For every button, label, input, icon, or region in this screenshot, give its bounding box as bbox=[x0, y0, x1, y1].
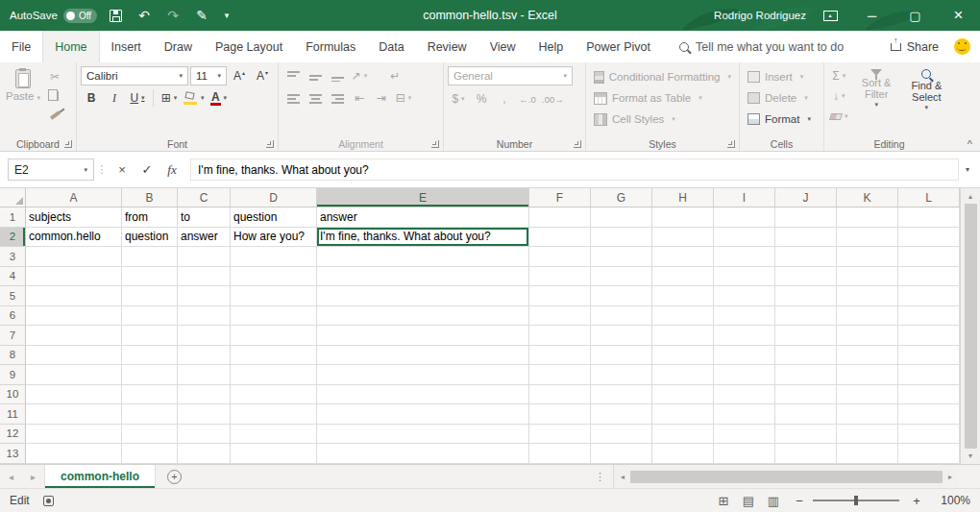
cell-B4[interactable] bbox=[122, 267, 178, 287]
cell-H1[interactable] bbox=[652, 207, 714, 228]
redo-icon[interactable]: ↷ bbox=[162, 4, 184, 27]
cell-I2[interactable] bbox=[714, 228, 775, 248]
cell-F11[interactable] bbox=[529, 404, 591, 425]
cell-C6[interactable] bbox=[178, 306, 231, 327]
cell-J3[interactable] bbox=[775, 247, 837, 267]
cell-D13[interactable] bbox=[231, 444, 317, 464]
zoom-in-icon[interactable]: + bbox=[907, 494, 926, 508]
insert-cells-button[interactable]: Insert bbox=[744, 66, 820, 87]
share-button[interactable]: Share bbox=[891, 40, 939, 54]
autosum-icon[interactable]: Σ bbox=[828, 66, 850, 85]
cell-A10[interactable] bbox=[26, 385, 122, 405]
tab-review[interactable]: Review bbox=[416, 31, 478, 62]
cell-H10[interactable] bbox=[652, 385, 714, 405]
tab-help[interactable]: Help bbox=[527, 31, 576, 62]
cell-I13[interactable] bbox=[714, 444, 775, 464]
cell-I5[interactable] bbox=[714, 286, 775, 306]
styles-dialog-launcher[interactable] bbox=[727, 140, 735, 148]
conditional-formatting-button[interactable]: Conditional Formatting bbox=[590, 66, 735, 87]
cell-A13[interactable] bbox=[26, 444, 122, 464]
column-header-F[interactable]: F bbox=[529, 188, 591, 207]
cell-F12[interactable] bbox=[529, 425, 591, 445]
cell-C8[interactable] bbox=[178, 346, 231, 366]
cell-D7[interactable] bbox=[231, 326, 317, 346]
increase-indent-icon[interactable]: ⇥ bbox=[371, 88, 392, 108]
cell-K4[interactable] bbox=[837, 267, 898, 287]
scroll-down-icon[interactable]: ▾ bbox=[962, 449, 979, 463]
cell-A6[interactable] bbox=[26, 306, 122, 327]
cell-B8[interactable] bbox=[122, 346, 178, 366]
cell-L7[interactable] bbox=[898, 326, 960, 346]
tell-me-search[interactable]: Tell me what you want to do bbox=[679, 31, 844, 62]
cell-A12[interactable] bbox=[26, 425, 122, 445]
cell-B3[interactable] bbox=[122, 247, 178, 267]
insert-function-icon[interactable]: fx bbox=[159, 162, 184, 178]
cell-A5[interactable] bbox=[26, 286, 122, 306]
normal-view-icon[interactable]: ⊞ bbox=[711, 494, 736, 508]
format-cells-button[interactable]: Format bbox=[744, 109, 820, 130]
cell-H9[interactable] bbox=[652, 365, 714, 385]
paste-button[interactable]: Paste bbox=[4, 66, 42, 124]
align-top-icon[interactable] bbox=[282, 66, 304, 85]
page-layout-view-icon[interactable]: ▤ bbox=[736, 494, 761, 508]
fill-color-icon[interactable] bbox=[182, 88, 207, 108]
number-format-select[interactable]: General▾ bbox=[448, 66, 573, 85]
select-all-corner[interactable] bbox=[0, 188, 26, 207]
row-header-10[interactable]: 10 bbox=[0, 385, 26, 405]
align-left-icon[interactable] bbox=[282, 88, 304, 108]
cell-K12[interactable] bbox=[837, 425, 898, 445]
decrease-decimal-icon[interactable]: .00→ bbox=[540, 89, 566, 109]
cell-J6[interactable] bbox=[775, 306, 837, 327]
tab-view[interactable]: View bbox=[478, 31, 527, 62]
cell-D1[interactable]: question bbox=[231, 207, 317, 228]
orientation-icon[interactable]: ↗ bbox=[349, 66, 370, 85]
column-header-C[interactable]: C bbox=[178, 188, 231, 207]
enter-icon[interactable]: ✓ bbox=[135, 162, 159, 177]
cell-D4[interactable] bbox=[231, 267, 317, 287]
cell-H12[interactable] bbox=[652, 425, 714, 445]
cell-L3[interactable] bbox=[898, 247, 960, 267]
cell-J10[interactable] bbox=[775, 385, 837, 405]
cell-D12[interactable] bbox=[231, 425, 317, 445]
zoom-slider[interactable] bbox=[813, 492, 899, 509]
cell-G6[interactable] bbox=[591, 306, 652, 327]
cell-C7[interactable] bbox=[178, 326, 231, 346]
cell-L10[interactable] bbox=[898, 385, 960, 405]
cell-H7[interactable] bbox=[652, 326, 714, 346]
cell-F7[interactable] bbox=[529, 326, 591, 346]
cell-K13[interactable] bbox=[837, 444, 898, 464]
cell-L13[interactable] bbox=[898, 444, 960, 464]
cell-E5[interactable] bbox=[317, 286, 529, 306]
cell-I9[interactable] bbox=[714, 365, 775, 385]
sheet-prev-icon[interactable]: ◂ bbox=[0, 465, 22, 488]
scroll-right-icon[interactable]: ▸ bbox=[943, 473, 958, 481]
sheet-tab-common-hello[interactable]: common-hello bbox=[44, 465, 156, 488]
cell-H5[interactable] bbox=[652, 286, 714, 306]
cell-G8[interactable] bbox=[591, 346, 652, 366]
maximize-button[interactable]: ▢ bbox=[894, 0, 937, 31]
cell-E7[interactable] bbox=[317, 326, 529, 346]
font-color-icon[interactable]: A bbox=[208, 88, 230, 108]
cell-G11[interactable] bbox=[591, 404, 652, 425]
column-header-H[interactable]: H bbox=[652, 188, 714, 207]
row-header-2[interactable]: 2 bbox=[0, 228, 26, 248]
zoom-slider-thumb[interactable] bbox=[854, 496, 858, 505]
save-icon[interactable] bbox=[105, 4, 126, 27]
cell-I7[interactable] bbox=[714, 326, 775, 346]
cell-E9[interactable] bbox=[317, 365, 529, 385]
cell-I6[interactable] bbox=[714, 306, 775, 327]
cell-F1[interactable] bbox=[529, 207, 591, 228]
cell-C13[interactable] bbox=[178, 444, 231, 464]
cell-B2[interactable]: question bbox=[122, 228, 178, 248]
italic-button[interactable]: I bbox=[104, 88, 125, 108]
vertical-scroll-thumb[interactable] bbox=[965, 204, 977, 449]
cell-F10[interactable] bbox=[529, 385, 591, 405]
tab-draw[interactable]: Draw bbox=[153, 31, 204, 62]
borders-icon[interactable]: ⊞ bbox=[159, 88, 180, 108]
tab-data[interactable]: Data bbox=[367, 31, 415, 62]
clipboard-dialog-launcher[interactable] bbox=[64, 140, 72, 148]
horizontal-scrollbar[interactable]: ◂ ▸ bbox=[613, 465, 959, 488]
row-header-8[interactable]: 8 bbox=[0, 346, 26, 366]
cell-I1[interactable] bbox=[714, 207, 775, 228]
cell-C4[interactable] bbox=[178, 267, 231, 287]
